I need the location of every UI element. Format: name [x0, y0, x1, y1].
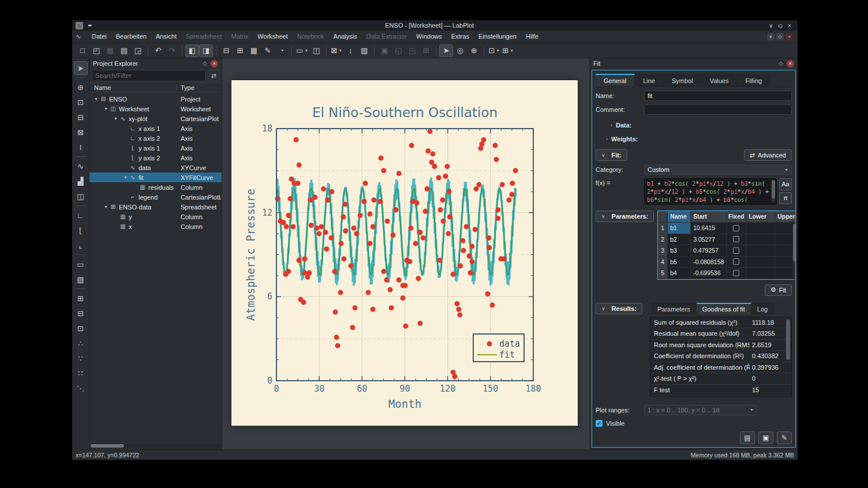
- row-number[interactable]: 2: [658, 234, 668, 245]
- results-scrollbar[interactable]: [786, 320, 790, 360]
- param-name-cell[interactable]: b1: [668, 223, 691, 234]
- expand-chevron-icon[interactable]: ▾: [122, 175, 129, 180]
- parameter-row-b5[interactable]: 4b5-0.0808158: [658, 257, 796, 268]
- results-section-toggle[interactable]: ∨ Results:: [596, 303, 642, 314]
- tree-row-legend[interactable]: ⌐legendCartesianPlotLegend: [89, 192, 222, 202]
- minimize-button[interactable]: ∨: [766, 22, 776, 29]
- save-as-function-button[interactable]: ✎: [777, 431, 792, 444]
- fit-to-height-button[interactable]: ↕: [343, 44, 357, 57]
- mdi-minimize-button[interactable]: ∨: [767, 33, 775, 40]
- layout-combo-button[interactable]: ⊡▼: [487, 44, 501, 57]
- mdi-restore-button[interactable]: ◇: [776, 33, 784, 40]
- parameter-row-b2[interactable]: 2b23.05277: [658, 234, 796, 246]
- zoom-in-plot-button[interactable]: ⊞: [74, 291, 88, 305]
- fixed-checkbox[interactable]: [733, 247, 739, 254]
- row-number[interactable]: 3: [658, 245, 668, 256]
- tree-column-header[interactable]: Name Type: [89, 82, 222, 92]
- maximize-button[interactable]: ◇: [776, 22, 785, 29]
- row-number[interactable]: 1: [658, 223, 668, 234]
- fit-section-toggle[interactable]: ∨ Fit:: [596, 149, 627, 161]
- navigate-tool-button[interactable]: ⊕: [74, 80, 88, 94]
- menu-analysis[interactable]: Analysis: [329, 31, 362, 43]
- menu-einstellungen[interactable]: Einstellungen: [474, 31, 521, 43]
- export-image-button[interactable]: ▧: [357, 44, 371, 57]
- tab-line[interactable]: Line: [635, 74, 664, 87]
- param-name-cell[interactable]: b4: [668, 268, 691, 279]
- toggle-properties-dock-button[interactable]: ◨: [199, 44, 213, 57]
- results-tab-log[interactable]: Log: [751, 303, 774, 314]
- start-value-cell[interactable]: 10.6415: [691, 223, 727, 234]
- results-tab-parameters[interactable]: Parameters: [652, 303, 697, 314]
- visible-checkbox[interactable]: ✓: [596, 420, 603, 427]
- horizontal-scrollbar[interactable]: [91, 444, 220, 448]
- results-tab-goodness-of-fit[interactable]: Goodness of fit: [697, 303, 751, 314]
- start-value-cell[interactable]: 0.479257: [691, 245, 727, 256]
- magnify-combo-button[interactable]: ⊞▼: [501, 44, 515, 57]
- text-cursor-tool-button[interactable]: I: [74, 140, 88, 154]
- fixed-cell[interactable]: [727, 245, 746, 256]
- tree-row-x-axis-2[interactable]: ∟x axis 2Axis: [89, 133, 222, 143]
- start-value-cell[interactable]: -0.699536: [691, 268, 727, 279]
- tab-values[interactable]: Values: [702, 74, 738, 87]
- print-button[interactable]: ▤: [117, 44, 131, 57]
- tab-filling[interactable]: Filling: [737, 74, 770, 87]
- name-column-header[interactable]: Name: [89, 83, 111, 92]
- float-dock-icon[interactable]: ◇: [777, 61, 785, 66]
- tree-row-x-axis-1[interactable]: ∟x axis 1Axis: [89, 123, 222, 133]
- select-region-tool-button[interactable]: ⊡: [74, 95, 88, 109]
- menu-bearbeiten[interactable]: Bearbeiten: [111, 31, 151, 43]
- new-project-button[interactable]: □: [76, 44, 89, 57]
- close-dock-icon[interactable]: ×: [211, 60, 218, 67]
- close-dock-icon[interactable]: ×: [787, 60, 794, 67]
- new-matrix-button[interactable]: ▦: [247, 44, 261, 57]
- new-datapicker-button[interactable]: ◔: [275, 44, 289, 57]
- lower-limit-cell[interactable]: [746, 234, 775, 245]
- tab-general[interactable]: General: [596, 74, 635, 87]
- corner-header-cell[interactable]: [658, 211, 668, 222]
- zoom-mode-button[interactable]: ⊠▼: [330, 44, 343, 57]
- expand-chevron-icon[interactable]: ▾: [93, 96, 99, 102]
- float-dock-icon[interactable]: ◇: [201, 61, 209, 66]
- tree-row-enso[interactable]: ▾⊟ENSOProject: [89, 94, 222, 104]
- parameters-section-toggle[interactable]: ∨ Parameters:: [596, 211, 654, 222]
- shift-left-button[interactable]: ∴: [74, 336, 88, 350]
- pointer-mode-button[interactable]: ➤: [439, 44, 453, 57]
- tree-row-residuals[interactable]: ▥residualsColumn: [89, 182, 222, 192]
- comment-field[interactable]: [644, 104, 792, 115]
- menu-hilfe[interactable]: Hilfe: [521, 31, 543, 43]
- crosshair-mode-button[interactable]: ⊕: [467, 44, 481, 57]
- column-header-fixed[interactable]: Fixed: [727, 211, 746, 222]
- add-histogram-button[interactable]: ▟: [74, 174, 88, 188]
- run-fit-button[interactable]: ⚙ Fit: [765, 284, 792, 296]
- pin-icon[interactable]: ✒: [88, 22, 92, 29]
- xy-plot[interactable]: El Niño-Southern Oscillation030609012015…: [231, 80, 578, 426]
- zoom-select-tool-button[interactable]: ⊟: [74, 110, 88, 124]
- tree-row-fit[interactable]: ▾∿fitXYFitCurve: [89, 172, 222, 182]
- export-function-button[interactable]: ▤: [740, 431, 755, 444]
- new-notes-button[interactable]: ✎: [261, 44, 275, 57]
- open-project-button[interactable]: ◰: [89, 44, 103, 57]
- name-field[interactable]: [644, 91, 792, 101]
- tree-row-y[interactable]: ▥yColumn: [89, 212, 222, 222]
- zoom-region-mode-button[interactable]: ◎: [453, 44, 467, 57]
- type-column-header[interactable]: Type: [181, 83, 194, 92]
- new-spreadsheet-button[interactable]: ⊞: [233, 44, 247, 57]
- font-button[interactable]: Aa: [779, 178, 792, 190]
- start-value-cell[interactable]: -0.0808158: [691, 257, 727, 268]
- mdi-close-button[interactable]: ×: [785, 33, 793, 40]
- parameter-row-b3[interactable]: 3b30.479257: [658, 245, 796, 257]
- pointer-tool-button[interactable]: ➤: [74, 61, 88, 75]
- menu-extras[interactable]: Extras: [447, 31, 474, 43]
- tree-row-xy-plot[interactable]: ▾∿xy-plotCartesianPlot: [89, 114, 222, 123]
- weights-section-toggle[interactable]: Weights:: [611, 136, 638, 142]
- parameter-row-b1[interactable]: 1b110.6415: [658, 223, 796, 234]
- parameter-row-b4[interactable]: 5b4-0.699536: [658, 268, 796, 279]
- add-boxplot-button[interactable]: ◫: [74, 189, 88, 203]
- new-worksheet-button[interactable]: ▭▼: [295, 44, 309, 57]
- fixed-checkbox[interactable]: [733, 236, 739, 242]
- tab-symbol[interactable]: Symbol: [664, 74, 702, 87]
- new-workbook-button[interactable]: ⊟: [219, 44, 233, 57]
- param-name-cell[interactable]: b2: [668, 234, 691, 245]
- tree-row-data[interactable]: ∿dataXYCurve: [89, 163, 222, 172]
- add-axis-horizontal-button[interactable]: ⌊: [74, 223, 88, 237]
